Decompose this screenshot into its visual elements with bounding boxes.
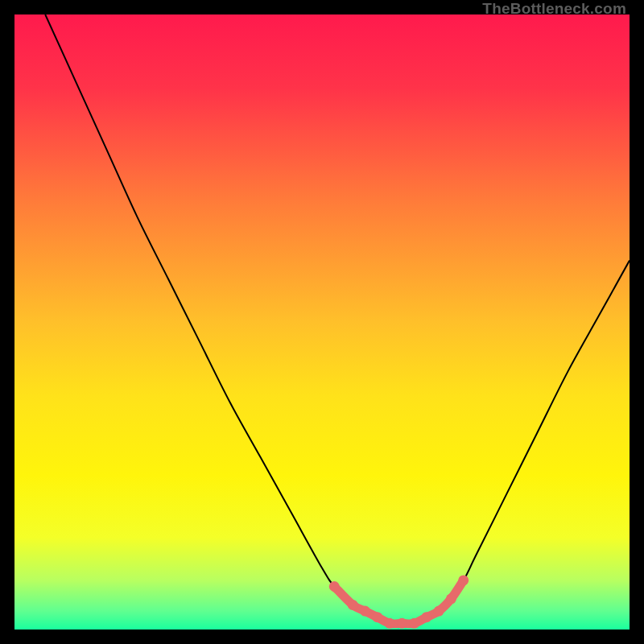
svg-point-11 <box>458 575 469 585</box>
chart-curve-layer <box>14 14 630 630</box>
svg-point-10 <box>446 593 456 604</box>
svg-point-6 <box>397 618 407 629</box>
svg-point-3 <box>360 606 370 617</box>
svg-point-5 <box>385 618 395 629</box>
svg-point-4 <box>372 612 382 622</box>
chart-plot-area <box>14 14 630 630</box>
optimal-zone-markers <box>329 575 469 628</box>
bottleneck-curve <box>45 14 630 624</box>
svg-point-2 <box>348 600 358 610</box>
svg-point-9 <box>434 606 444 617</box>
svg-point-7 <box>409 618 419 629</box>
svg-point-1 <box>329 581 340 592</box>
svg-point-8 <box>421 612 431 622</box>
watermark-text: TheBottleneck.com <box>482 0 626 18</box>
